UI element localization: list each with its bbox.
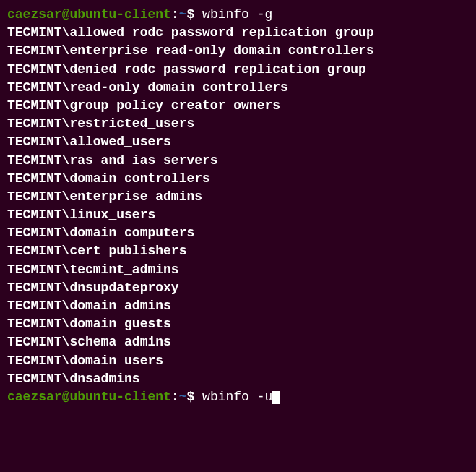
- output-line: TECMINT\linux_users: [7, 206, 469, 224]
- output-line: TECMINT\schema admins: [7, 333, 469, 351]
- prompt-dollar: $: [187, 390, 203, 404]
- prompt-userhost: caezsar@ubuntu-client: [7, 390, 171, 404]
- output-line: TECMINT\domain users: [7, 352, 469, 370]
- cursor-icon: [272, 391, 280, 404]
- output-line: TECMINT\dnsadmins: [7, 370, 469, 388]
- output-line: TECMINT\group policy creator owners: [7, 97, 469, 115]
- output-line: TECMINT\allowed_users: [7, 133, 469, 151]
- output-line: TECMINT\allowed rodc password replicatio…: [7, 24, 469, 42]
- output-line: TECMINT\enterprise admins: [7, 188, 469, 206]
- output-line: TECMINT\read-only domain controllers: [7, 79, 469, 97]
- output-line: TECMINT\domain computers: [7, 224, 469, 242]
- output-line: TECMINT\dnsupdateproxy: [7, 279, 469, 297]
- prompt-colon: :: [171, 390, 179, 404]
- prompt-colon: :: [171, 7, 179, 22]
- prompt-userhost: caezsar@ubuntu-client: [7, 7, 171, 22]
- prompt-path: ~: [179, 7, 187, 22]
- output-line: TECMINT\cert publishers: [7, 242, 469, 260]
- output-line: TECMINT\ras and ias servers: [7, 152, 469, 170]
- output-line: TECMINT\domain admins: [7, 297, 469, 315]
- output-line: TECMINT\domain guests: [7, 315, 469, 333]
- output-line: TECMINT\denied rodc password replication…: [7, 61, 469, 79]
- output-line: TECMINT\restricted_users: [7, 115, 469, 133]
- prompt-line-2: caezsar@ubuntu-client:~$ wbinfo -u: [7, 388, 469, 406]
- output-line: TECMINT\tecmint_admins: [7, 261, 469, 279]
- output-line: TECMINT\enterprise read-only domain cont…: [7, 42, 469, 60]
- command-2: wbinfo -u: [202, 390, 272, 404]
- output-line: TECMINT\domain controllers: [7, 170, 469, 188]
- prompt-line-1: caezsar@ubuntu-client:~$ wbinfo -g: [7, 6, 469, 24]
- prompt-dollar: $: [187, 7, 203, 22]
- command-1: wbinfo -g: [202, 7, 272, 22]
- prompt-path: ~: [179, 390, 187, 404]
- terminal-window[interactable]: caezsar@ubuntu-client:~$ wbinfo -g TECMI…: [7, 6, 469, 406]
